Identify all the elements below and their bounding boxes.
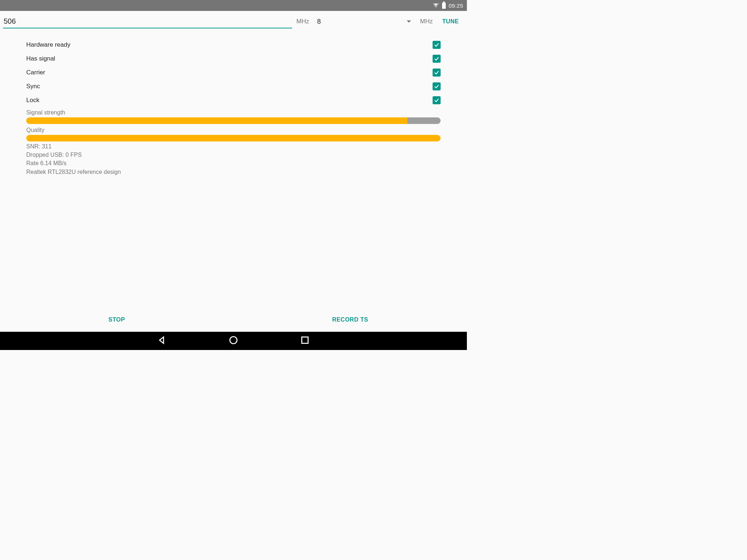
quality-fill: [26, 135, 441, 141]
recents-button[interactable]: [300, 335, 310, 346]
checkbox-sync[interactable]: [433, 82, 441, 90]
battery-icon: [442, 3, 446, 9]
check-icon: [434, 42, 440, 48]
snr-text: SNR: 311: [26, 142, 441, 151]
check-icon: [434, 70, 440, 75]
back-icon: [157, 335, 167, 345]
row-sync: Sync: [26, 79, 441, 93]
label-hardware-ready: Hardware ready: [26, 41, 70, 48]
label-sync: Sync: [26, 83, 40, 90]
stop-button[interactable]: STOP: [0, 316, 233, 323]
tune-button[interactable]: TUNE: [437, 15, 464, 28]
checkbox-carrier[interactable]: [433, 69, 441, 77]
content-area: Hardware ready Has signal Carrier Sync L…: [0, 28, 467, 310]
record-ts-button[interactable]: RECORD TS: [233, 316, 467, 323]
label-has-signal: Has signal: [26, 55, 55, 62]
row-lock: Lock: [26, 93, 441, 107]
label-signal-strength: Signal strength: [26, 109, 441, 116]
navigation-bar: [0, 332, 467, 350]
checkbox-hardware-ready[interactable]: [433, 41, 441, 49]
bottom-actions: STOP RECORD TS: [0, 310, 467, 332]
signal-strength-bar: [26, 117, 441, 124]
bandwidth-select[interactable]: 8: [313, 16, 415, 28]
svg-rect-1: [302, 337, 308, 343]
recents-icon: [300, 335, 310, 345]
back-button[interactable]: [157, 335, 167, 346]
row-has-signal: Has signal: [26, 52, 441, 66]
bandwidth-unit-label: MHz: [418, 18, 434, 25]
row-carrier: Carrier: [26, 66, 441, 79]
svg-point-0: [230, 337, 237, 344]
tuner-row: MHz 8 MHz TUNE: [0, 11, 467, 28]
chevron-down-icon: [407, 20, 411, 23]
device-text: Realtek RTL2832U reference design: [26, 168, 441, 176]
wifi-icon: [433, 3, 439, 8]
frequency-unit-label: MHz: [295, 18, 311, 25]
status-clock: 09:25: [449, 3, 463, 9]
signal-strength-fill: [26, 117, 407, 124]
row-hardware-ready: Hardware ready: [26, 38, 441, 52]
check-icon: [434, 56, 440, 62]
bandwidth-value: 8: [315, 18, 406, 26]
label-lock: Lock: [26, 97, 39, 104]
quality-bar: [26, 135, 441, 141]
dropped-text: Dropped USB: 0 FPS: [26, 151, 441, 159]
status-bar: 09:25: [0, 0, 467, 11]
checkbox-has-signal[interactable]: [433, 55, 441, 63]
frequency-input[interactable]: [3, 15, 292, 28]
check-icon: [434, 97, 440, 103]
label-quality: Quality: [26, 127, 441, 133]
checkbox-lock[interactable]: [433, 96, 441, 104]
rate-text: Rate 6.14 MB/s: [26, 159, 441, 167]
label-carrier: Carrier: [26, 69, 45, 76]
home-icon: [229, 335, 238, 345]
check-icon: [434, 83, 440, 89]
home-button[interactable]: [229, 335, 238, 346]
